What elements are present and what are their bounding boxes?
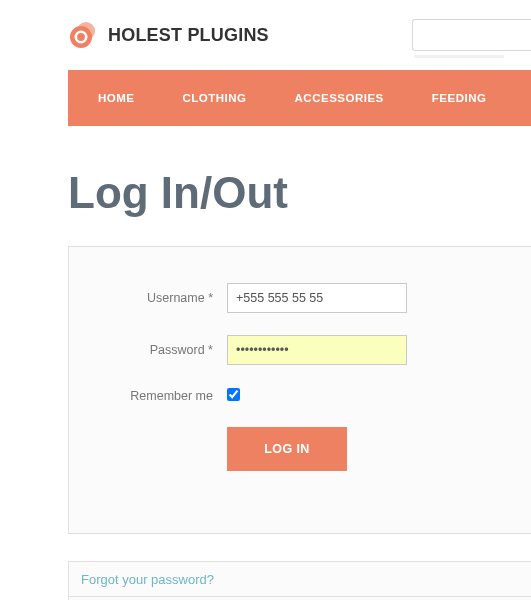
login-panel: Username * Password * Remember me LOG IN <box>68 246 531 534</box>
search-input[interactable] <box>412 19 531 51</box>
brand: HOLEST PLUGINS <box>68 20 269 50</box>
password-input[interactable] <box>227 335 407 365</box>
brand-name: HOLEST PLUGINS <box>108 25 269 46</box>
nav-strollers[interactable]: STR <box>510 70 531 126</box>
logo-icon <box>68 20 98 50</box>
nav-home[interactable]: HOME <box>92 70 159 126</box>
username-input[interactable] <box>227 283 407 313</box>
search-shadow <box>414 55 504 58</box>
nav-clothing[interactable]: CLOTHING <box>159 70 271 126</box>
svg-point-1 <box>70 26 92 48</box>
login-button[interactable]: LOG IN <box>227 427 347 471</box>
username-label: Username * <box>93 291 227 305</box>
forgot-password-link[interactable]: Forgot your password? <box>81 572 214 587</box>
nav-feeding[interactable]: FEEDING <box>408 70 511 126</box>
remember-checkbox[interactable] <box>227 388 240 401</box>
page-title: Log In/Out <box>68 168 531 218</box>
nav-accessories[interactable]: ACCESSORIES <box>271 70 408 126</box>
password-label: Password * <box>93 343 227 357</box>
main-nav: HOME CLOTHING ACCESSORIES FEEDING STR <box>68 70 531 126</box>
auth-links: Forgot your password? Forgot your userna… <box>68 561 531 600</box>
remember-label: Remember me <box>93 389 227 403</box>
